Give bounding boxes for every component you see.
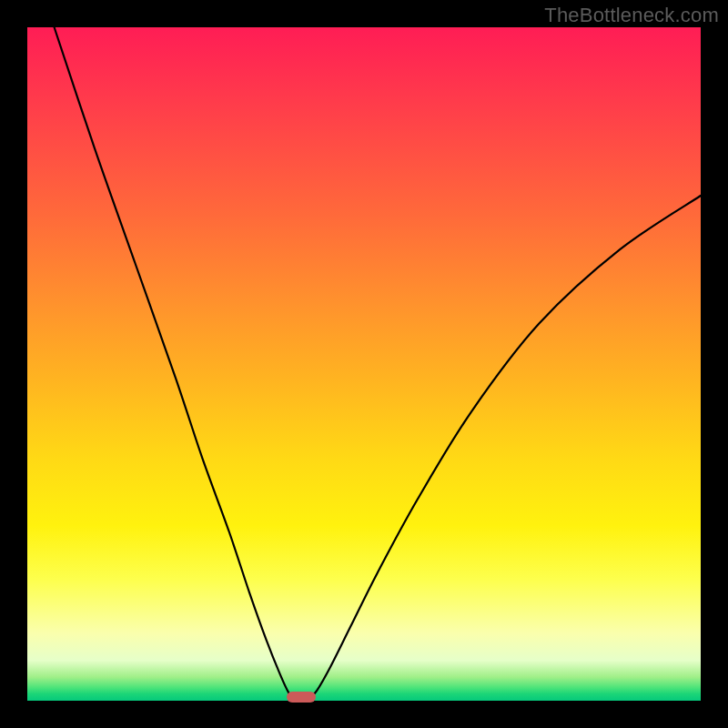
chart-frame: TheBottleneck.com [0,0,728,728]
plot-area [27,27,701,701]
watermark-text: TheBottleneck.com [544,4,719,27]
minimum-marker [287,692,316,703]
curve-svg [27,27,701,701]
curve-right [308,196,701,699]
curve-left [55,27,294,699]
